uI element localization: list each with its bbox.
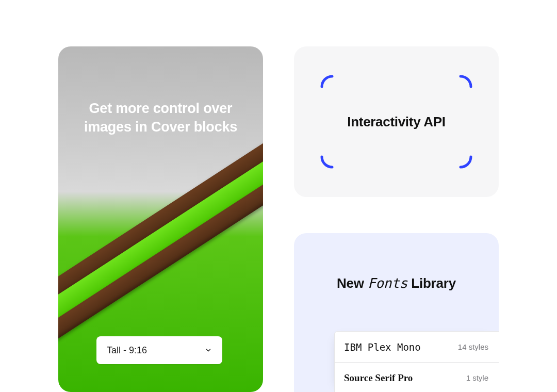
cover-headline-line-2: images in Cover blocks bbox=[84, 119, 237, 135]
cover-headline: Get more control over images in Cover bl… bbox=[58, 99, 263, 137]
font-styles-count: 1 style bbox=[466, 373, 488, 382]
fonts-library-card: New Fonts Library IBM Plex Mono 14 style… bbox=[294, 233, 499, 392]
aspect-ratio-value: Tall - 9:16 bbox=[107, 345, 147, 356]
cover-headline-line-1: Get more control over bbox=[89, 101, 233, 116]
font-list: IBM Plex Mono 14 styles Source Serif Pro… bbox=[334, 331, 499, 392]
focus-corner-icon bbox=[450, 146, 473, 169]
fonts-title-prefix: New bbox=[337, 275, 368, 291]
font-name: Source Serif Pro bbox=[344, 372, 413, 384]
focus-corner-icon bbox=[320, 146, 342, 169]
font-name: IBM Plex Mono bbox=[344, 341, 421, 353]
focus-corner-icon bbox=[450, 74, 473, 97]
fonts-title-suffix: Library bbox=[407, 275, 456, 291]
stripe-wood bbox=[58, 140, 263, 300]
stripe-wood bbox=[58, 182, 263, 341]
fonts-title-mono-italic: Fonts bbox=[368, 275, 407, 291]
cover-block-card: Get more control over images in Cover bl… bbox=[58, 46, 263, 392]
focus-corner-icon bbox=[320, 74, 342, 97]
stripe-green bbox=[58, 159, 263, 323]
fonts-library-title: New Fonts Library bbox=[294, 275, 499, 291]
font-styles-count: 14 styles bbox=[458, 342, 488, 351]
interactivity-api-card: Interactivity API bbox=[294, 46, 499, 197]
interactivity-api-title: Interactivity API bbox=[347, 114, 445, 130]
aspect-ratio-select[interactable]: Tall - 9:16 bbox=[96, 336, 222, 364]
chevron-down-icon bbox=[205, 347, 212, 354]
font-list-item[interactable]: IBM Plex Mono 14 styles bbox=[335, 332, 499, 363]
font-list-item[interactable]: Source Serif Pro 1 style bbox=[335, 363, 499, 392]
